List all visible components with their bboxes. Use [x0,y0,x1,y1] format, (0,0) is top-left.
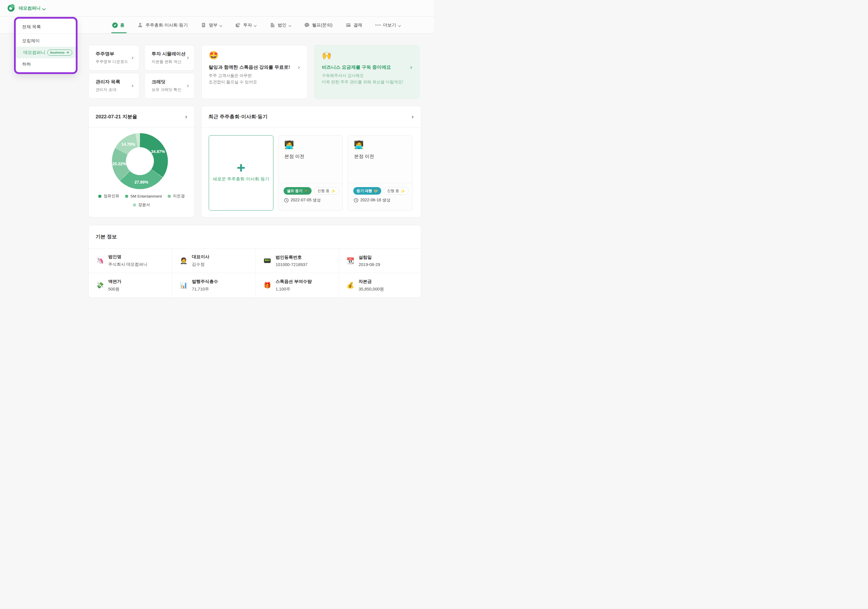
chevron-right-icon[interactable]: › [185,114,188,120]
building-icon [270,22,276,28]
registry-item-card[interactable]: 🧑‍💻 본점 이전 등기 대행🧚 진행 중✨ 2022-06-18 생성 [348,135,412,211]
chevron-right-icon[interactable]: › [411,114,414,120]
dropdown-item-label: 전체 목록 [22,24,41,30]
nav-tab-label: 투자 [243,22,252,28]
quick-card-credit[interactable]: 크레딧 보유 크레딧 확인 › [144,73,195,99]
registry-item-title: 본점 이전 [354,153,374,160]
legend-item: 지은경 [167,194,185,199]
registry-status-badge: 진행 중✨ [314,187,339,195]
subscription-status-card[interactable]: 🙌 비즈니스 요금제를 구독 중이에요 › 구독해주셔서 감사해요 더욱 편한 … [315,45,420,99]
chevron-right-icon: › [131,54,134,61]
donut-legend-row1: 정유인유 SM Entertainment 지은경 [88,194,194,199]
info-cell-registration-number: 📟 법인등록번호101000-7218937 [256,249,339,273]
promo-line2: 조건없이 들으실 수 있어요 [209,79,300,85]
divider [348,183,412,183]
company-switcher[interactable]: 데모컴퍼니 [19,6,45,11]
info-cell-par-value: 💸 액면가500원 [88,273,172,298]
sparkles-emoji: ✨ [331,189,335,193]
nav-tab-label: 법인 [278,22,287,28]
dropdown-item-haha[interactable]: 하하 [16,58,76,70]
technologist-emoji: 🧑‍💻 [354,140,364,149]
sparkles-emoji: ✨ [400,189,405,193]
quick-card-admin-list[interactable]: 관리자 목록 관리자 초대 › [88,73,140,99]
document-icon [201,22,206,28]
registry-type-badge: 등기 대행🧚 [353,187,381,195]
donut-label-1: 34.87% [151,149,165,154]
dropdown-item-label: 모킹제이 [22,38,40,44]
chevron-down-icon [43,7,45,9]
basic-info-title: 기본 정보 [96,233,117,240]
registry-created-date: 2022-07-05 생성 [284,198,321,203]
nav-tab-label: 결제 [353,22,362,28]
nav-tab-general-meeting[interactable]: 주주총회·이사회·등기 [138,17,188,33]
info-cell-ceo: 🤵 대표이사김수정 [172,249,256,273]
calendar-emoji: 📆 [347,257,354,264]
registry-item-card[interactable]: 🧑‍💻 본점 이전 셀프 등기🏃 진행 중✨ 2022-07-05 생성 [278,135,343,211]
donut-legend-row2: 장윤서 [88,202,194,208]
promo-title: 탈잉과 함께한 스톡옵션 강의를 무료로! [209,64,290,71]
star-struck-emoji: 🤩 [209,51,300,59]
chevron-right-icon: › [131,82,134,89]
promo-line1: 주주 고객사들은 아무런 [209,73,300,78]
ownership-card: 2022-07-21 지분율 › 34.87% 27.89% 20.22% 14… [88,106,195,217]
legend-item: 장윤서 [133,202,150,208]
subscription-line2: 더욱 편한 주주 관리를 위해 최선을 다할게요! [322,79,412,85]
legend-item: SM Entertainment [125,194,162,199]
info-cell-stock-options: 🎁 스톡옵션 부여수량1,100주 [256,273,339,298]
ownership-donut: 34.87% 27.89% 20.22% 14.78% [112,133,168,189]
runner-emoji: 🏃 [304,189,308,193]
money-bag-emoji: 💰 [347,282,354,289]
info-cell-founding-date: 📆 설립일2019-08-29 [339,249,421,273]
subscription-title: 비즈니스 요금제를 구독 중이에요 [322,64,391,71]
credit-card-icon [346,22,351,28]
new-registry-button[interactable]: 새로운 주주총회·이사회·등기 [209,135,273,211]
chevron-down-icon [398,24,400,26]
nav-tab-help[interactable]: 헬프(문의) [304,17,333,33]
info-cell-corporation-name: 🦄 법인명주식회사 데모컴퍼니 [88,249,172,273]
nav-tab-more[interactable]: 더보기 [375,17,401,33]
dropdown-item-mockingjay[interactable]: 모킹제이 [16,35,76,46]
nav-tab-label: 홈 [120,22,124,28]
dropdown-item-democompany-selected[interactable]: 데모컴퍼니 business ‧✦ [16,46,76,58]
legend-dot [167,195,171,198]
pie-chart-icon [235,22,241,28]
legend-dot [133,203,136,207]
recent-registry-card: 최근 주주총회·이사회·등기 › 새로운 주주총회·이사회·등기 🧑‍💻 본점 … [201,106,421,217]
legend-dot [98,195,101,198]
nav-tab-label: 주주총회·이사회·등기 [146,22,188,28]
chevron-right-icon: › [410,64,412,71]
plus-icon [237,164,245,172]
nav-tab-corporation[interactable]: 법인 [270,17,291,33]
nav-tab-payment[interactable]: 결제 [346,17,362,33]
technologist-emoji: 🧑‍💻 [284,140,294,149]
subscription-line1: 구독해주셔서 감사해요 [322,73,412,78]
raising-hands-emoji: 🙌 [322,51,412,59]
promo-card-stock-option-lecture[interactable]: 🤩 탈잉과 함께한 스톡옵션 강의를 무료로! › 주주 고객사들은 아무런 조… [202,45,307,99]
nav-tab-investment[interactable]: 투자 [235,17,256,33]
ownership-title: 2022-07-21 지분율 [96,113,137,120]
company-dropdown-menu: 전체 목록 모킹제이 데모컴퍼니 business ‧✦ 하하 [14,17,78,74]
person-icon [138,22,143,28]
registry-section-title: 최근 주주총회·이사회·등기 [208,113,268,120]
app-logo-icon [8,5,15,12]
nav-tab-label: 헬프(문의) [312,22,333,28]
chat-bubble-icon [304,22,310,28]
nav-tab-home[interactable]: 홈 [112,17,124,33]
fairy-emoji: 🧚 [374,189,378,193]
legend-dot [125,195,128,198]
business-plan-badge: business ‧✦ [47,50,72,56]
quick-card-investment-simulation[interactable]: 투자 시뮬레이션 지분율 변화 계산 › [144,45,195,71]
nav-tab-label: 명부 [209,22,217,28]
donut-label-3: 20.22% [112,161,126,166]
chevron-down-icon [220,24,222,26]
pager-emoji: 📟 [264,257,271,264]
basic-info-card: 기본 정보 🦄 법인명주식회사 데모컴퍼니 🤵 대표이사김수정 📟 법인등록번호… [88,225,421,298]
chevron-right-icon: › [186,82,189,89]
bar-chart-emoji: 📊 [180,282,188,289]
company-switcher-label: 데모컴퍼니 [19,6,40,11]
nav-tab-register[interactable]: 명부 [201,17,222,33]
ellipsis-icon [375,25,381,26]
dropdown-item-all-companies[interactable]: 전체 목록 [16,20,76,34]
legend-item: 정유인유 [98,194,119,199]
quick-card-shareholder-list[interactable]: 주주명부 주주명부 다운로드 › [88,45,140,71]
